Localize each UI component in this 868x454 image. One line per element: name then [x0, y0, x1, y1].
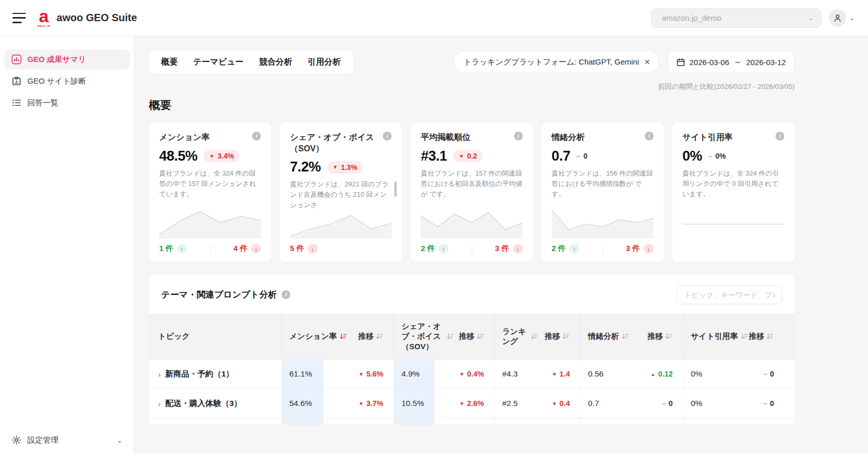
scrollbar-thumb[interactable]: [394, 181, 397, 197]
tab-overview[interactable]: 概要: [161, 57, 178, 68]
column-header-trend: 推移: [749, 332, 764, 341]
table-header-row: トピック メンション率 推移 シェア・オブ・ボイス（SO: [149, 314, 795, 359]
sidebar-item-geo-summary[interactable]: GEO 成果サマリ: [4, 50, 130, 69]
view-tabbar: 概要 テーマビュー 競合分析 引用分析: [149, 50, 353, 74]
delta-value: 3.4%: [218, 152, 234, 160]
expand-chevron-icon[interactable]: ›: [158, 370, 161, 379]
gear-icon: [11, 435, 22, 445]
info-icon[interactable]: i: [383, 132, 392, 140]
sentiment-cell: 0.7: [581, 389, 626, 418]
info-icon[interactable]: i: [776, 132, 784, 140]
column-header-sentiment: 情緒分析: [588, 331, 619, 341]
triangle-down-icon: ▼: [459, 153, 464, 159]
sidebar-item-label: GEO 成果サマリ: [27, 55, 86, 65]
sidebar-item-label: 回答一覧: [27, 98, 58, 108]
date-start: 2026-03-06: [690, 58, 730, 67]
minus-icon: −: [763, 370, 767, 378]
workspace-select-value: amazon.jp_demo: [662, 13, 721, 22]
calendar-icon: [676, 58, 685, 67]
rank-cell: #2.5: [495, 389, 533, 418]
down-count: 5 件: [290, 244, 304, 254]
info-icon[interactable]: i: [282, 290, 290, 299]
sort-icon[interactable]: [376, 333, 383, 340]
citation-cell: 0%: [684, 359, 734, 388]
workspace-select[interactable]: amazon.jp_demo ⌄: [651, 8, 822, 28]
table-row[interactable]: ›配送・購入体験（3） 54.6% ▼3.7% 10.5% ▼2.6% #2.5…: [149, 388, 795, 418]
rank-trend-cell: ▼1.4: [552, 370, 580, 378]
arrow-up-icon: ↑: [439, 244, 448, 254]
logo-letter: a: [39, 8, 49, 24]
divider: [210, 245, 211, 253]
info-icon[interactable]: i: [514, 132, 523, 140]
mention-rate-cell: 54.6%: [282, 389, 323, 418]
sort-icon[interactable]: [665, 333, 673, 340]
sidebar-item-settings[interactable]: 設定管理 ⌄: [0, 426, 134, 454]
bar-chart-icon: [11, 54, 22, 65]
sov-trend-cell: ▼2.6%: [459, 399, 494, 408]
triangle-down-icon: ▼: [552, 371, 557, 377]
table-search-input[interactable]: [676, 285, 782, 304]
kpi-card-mention-rate: メンション率 i 48.5% ▼3.4% 貴社ブランドは、全 324 件の回答の…: [149, 122, 271, 262]
column-group-sentiment: 情緒分析 推移: [580, 314, 683, 359]
tab-competitor-analysis[interactable]: 競合分析: [259, 57, 292, 68]
sort-icon[interactable]: [622, 333, 629, 340]
avatar[interactable]: [829, 9, 846, 27]
divider: [472, 245, 472, 253]
kpi-card-sov: シェア・オブ・ボイス（SOV） i 7.2% ▼1.3% 貴社ブランドは、292…: [280, 122, 402, 262]
tab-citation-analysis[interactable]: 引用分析: [308, 57, 341, 68]
column-header-trend: 推移: [358, 332, 374, 341]
tab-theme-view[interactable]: テーマビュー: [193, 57, 244, 68]
main-content: 概要 テーマビュー 競合分析 引用分析 トラッキングプラットフォーム: Chat…: [134, 36, 868, 454]
triangle-down-icon: ▼: [333, 164, 338, 170]
logo-caption: awoo.ai: [37, 24, 51, 27]
date-separator: ～: [734, 57, 741, 67]
sort-icon[interactable]: [562, 333, 570, 340]
sparkline-chart: [421, 206, 522, 239]
kpi-card-title: メンション率: [159, 132, 210, 143]
date-range-picker[interactable]: 2026-03-06 ～ 2026-03-12: [668, 51, 795, 73]
user-menu[interactable]: ⌄: [829, 9, 855, 27]
sparkline-chart: [683, 218, 784, 229]
minus-icon: −: [577, 152, 581, 160]
table-row[interactable]: ›新商品・予約（1） 61.1% ▼5.6% 4.9% ▼0.4% #4.3 ▼…: [149, 359, 795, 388]
delta-badge: ▼1.3%: [327, 161, 363, 174]
kpi-value: 0%: [683, 148, 702, 164]
triangle-down-icon: ▼: [209, 153, 214, 159]
sidebar-item-answer-list[interactable]: 回答一覧: [4, 93, 130, 113]
table-row[interactable]: [149, 418, 795, 425]
comparison-note: 前回の期間と比較(2026/02/27 - 2026/03/05): [149, 82, 795, 91]
down-count: 3 件: [495, 244, 509, 254]
kpi-value: 7.2%: [290, 159, 321, 175]
delta-badge: −0%: [708, 150, 726, 162]
citation-trend-cell: −0: [763, 399, 795, 408]
info-icon[interactable]: i: [252, 132, 261, 140]
kpi-cards: メンション率 i 48.5% ▼3.4% 貴社ブランドは、全 324 件の回答の…: [149, 122, 795, 262]
sort-icon-active[interactable]: [339, 333, 347, 340]
platform-filter-chip[interactable]: トラッキングプラットフォーム: ChatGPT, Gemini ✕: [454, 51, 659, 73]
triangle-down-icon: ▼: [459, 371, 464, 377]
sort-icon[interactable]: [766, 333, 774, 340]
delta-value: 0: [583, 152, 587, 160]
column-header-citation-rate: サイト引用率: [691, 331, 738, 341]
sparkline-chart: [290, 211, 392, 239]
kpi-description: 貴社ブランドは、157 件の関連回答における初回言及順位の平均値が です。: [421, 168, 522, 199]
sort-icon[interactable]: [476, 333, 484, 340]
sort-icon[interactable]: [531, 333, 538, 340]
sort-icon[interactable]: [740, 333, 748, 340]
rank-cell: #4.3: [495, 359, 533, 388]
expand-chevron-icon[interactable]: ›: [158, 399, 161, 408]
kpi-value: 0.7: [552, 148, 570, 164]
minus-icon: −: [763, 400, 767, 408]
info-icon[interactable]: i: [645, 132, 654, 140]
sort-icon[interactable]: [446, 333, 454, 340]
sidebar-item-geo-site-audit[interactable]: GEO サイト診断: [4, 71, 130, 91]
table-title: テーマ・関連プロンプト分析: [161, 289, 277, 301]
awoo-logo: a awoo.ai: [37, 8, 51, 27]
arrow-down-icon: ↓: [251, 244, 261, 254]
close-icon[interactable]: ✕: [644, 58, 650, 66]
topic-name: 新商品・予約（1）: [165, 369, 234, 380]
hamburger-menu-icon[interactable]: [12, 13, 26, 23]
sentiment-cell: 0.56: [581, 359, 626, 388]
delta-badge: ▼0.2: [453, 150, 483, 162]
sentiment-trend-cell: ▲0.12: [650, 370, 683, 378]
